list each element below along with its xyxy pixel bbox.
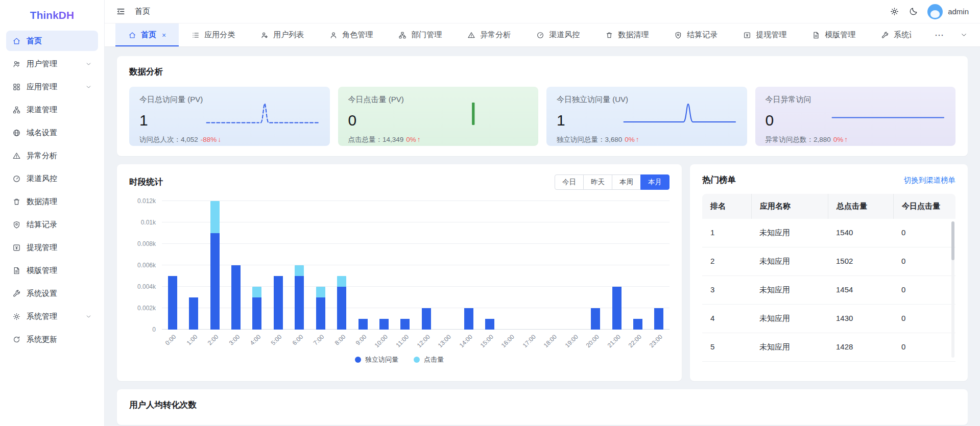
sidebar-item-withdrawal-management[interactable]: 提现管理	[6, 237, 98, 258]
x-axis-tick: 14:00	[458, 333, 473, 349]
time-stats-panel: 时段统计 今日昨天本周本月 00.002k0.004k0.006k0.008k0…	[117, 164, 682, 381]
stacked-bar	[654, 308, 663, 330]
tab-settlement-records[interactable]: 结算记录	[661, 23, 730, 46]
sidebar-item-data-cleanup[interactable]: 数据清理	[6, 191, 98, 212]
conversion-title: 用户人均转化次数	[129, 399, 955, 411]
sidebar-item-label: 用户管理	[27, 59, 80, 69]
x-axis-tick: 17:00	[521, 333, 537, 349]
tab-channel-risk[interactable]: 渠道风控	[523, 23, 592, 46]
sidebar-item-system-management[interactable]: 系统管理	[6, 306, 98, 327]
bar-slot-13:00	[437, 201, 458, 330]
uv-bar-segment	[210, 233, 220, 330]
document-icon	[12, 266, 21, 275]
bar-slot-16:00	[500, 201, 521, 330]
uv-bar-segment	[358, 319, 368, 330]
table-row: 4未知应用14300	[702, 305, 955, 333]
table-cell: 0	[893, 305, 955, 333]
list-icon	[192, 31, 200, 39]
sidebar-item-anomaly-analysis[interactable]: 异常分析	[6, 145, 98, 166]
close-icon[interactable]: ×	[162, 31, 166, 39]
switch-to-channel-ranking-link[interactable]: 切换到渠道榜单	[904, 176, 956, 185]
x-axis-tick: 16:00	[500, 333, 516, 349]
sidebar-item-template-management[interactable]: 模版管理	[6, 260, 98, 281]
x-axis-tick-cell: 3:00	[225, 330, 246, 354]
dark-mode-moon-icon[interactable]	[909, 7, 918, 16]
legend-item[interactable]: 独立访问量	[355, 355, 398, 364]
sidebar: ThinkDH 首页用户管理应用管理渠道管理域名设置异常分析渠道风控数据清理结算…	[0, 0, 105, 426]
refresh-icon	[12, 335, 21, 344]
stacked-bar	[612, 287, 622, 330]
sidebar-item-label: 应用管理	[27, 82, 80, 92]
clicks-bar-segment	[337, 276, 346, 287]
period-filter-button[interactable]: 昨天	[583, 174, 612, 190]
sidebar-item-settlement-records[interactable]: 结算记录	[6, 214, 98, 235]
sidebar-item-system-update[interactable]: 系统更新	[6, 329, 98, 349]
sidebar-item-channel-risk[interactable]: 渠道风控	[6, 168, 98, 189]
tab-home[interactable]: 首页×	[115, 23, 179, 46]
x-axis-tick: 22:00	[627, 333, 643, 349]
y-axis-tick: 0.01k	[141, 219, 156, 226]
stacked-bar	[379, 319, 389, 330]
sidebar-item-channel-management[interactable]: 渠道管理	[6, 99, 98, 120]
tab-system-settings[interactable]: 系统设置	[868, 23, 911, 46]
tab-department-management[interactable]: 部门管理	[386, 23, 455, 46]
column-header: 今日点击量	[893, 194, 955, 219]
user-menu[interactable]: admin	[927, 4, 969, 19]
uv-bar-segment	[633, 319, 642, 330]
breadcrumb: 首页	[135, 7, 150, 16]
conversion-panel: 用户人均转化次数 4	[117, 389, 968, 425]
stacked-bar	[485, 319, 494, 330]
tab-withdrawal-management[interactable]: 提现管理	[730, 23, 799, 46]
sidebar-item-home[interactable]: 首页	[6, 31, 98, 51]
uv-bar-segment	[422, 308, 431, 330]
x-axis-tick-cell: 4:00	[247, 330, 268, 354]
tab-data-cleanup[interactable]: 数据清理	[592, 23, 661, 46]
chart-plot	[162, 201, 670, 330]
tab-app-category[interactable]: 应用分类	[179, 23, 248, 46]
table-cell: 5	[702, 333, 751, 361]
sidebar-item-label: 结算记录	[27, 220, 92, 230]
sidebar-item-app-management[interactable]: 应用管理	[6, 77, 98, 97]
y-axis-labels: 00.002k0.004k0.006k0.008k0.01k0.012k	[129, 201, 162, 330]
more-tabs-icon[interactable]: ⋯	[935, 30, 945, 41]
period-filter-button[interactable]: 本月	[640, 174, 670, 190]
pv-sparkline	[204, 98, 321, 130]
stacked-bar	[274, 276, 283, 330]
bar-slot-21:00	[606, 201, 627, 330]
stacked-bar	[358, 319, 368, 330]
tab-anomaly-analysis[interactable]: 异常分析	[455, 23, 523, 46]
x-axis-tick: 3:00	[227, 333, 241, 346]
sidebar-item-domain-settings[interactable]: 域名设置	[6, 122, 98, 143]
tab-user-list[interactable]: 用户列表	[248, 23, 317, 46]
table-cell: 1	[702, 219, 751, 247]
legend-label: 独立访问量	[365, 355, 398, 364]
table-scrollbar-thumb[interactable]	[951, 221, 954, 260]
table-scrollbar[interactable]	[951, 221, 954, 358]
table-cell: 0	[893, 219, 955, 247]
tab-role-management[interactable]: 角色管理	[317, 23, 386, 46]
legend-item[interactable]: 点击量	[414, 355, 444, 364]
collapse-tabs-icon[interactable]	[960, 31, 968, 39]
user-icon	[329, 31, 338, 39]
uv-bar-segment	[295, 276, 304, 330]
sidebar-item-system-settings[interactable]: 系统设置	[6, 283, 98, 304]
y-axis-tick: 0.012k	[137, 197, 156, 205]
x-axis-tick-cell: 18:00	[543, 330, 564, 354]
bar-slot-6:00	[289, 201, 310, 330]
x-axis-tick-cell: 16:00	[500, 330, 521, 354]
period-filter-button[interactable]: 今日	[555, 174, 584, 190]
sidebar-item-user-management[interactable]: 用户管理	[6, 54, 98, 74]
sidebar-item-label: 提现管理	[27, 243, 92, 253]
stacked-bar	[400, 319, 410, 330]
legend-dot	[355, 357, 361, 363]
uv-bar-segment	[464, 308, 473, 330]
tab-label: 系统设置	[894, 30, 911, 40]
collapse-sidebar-icon[interactable]	[116, 7, 126, 16]
settings-gear-icon[interactable]	[890, 7, 899, 16]
period-filter-button[interactable]: 本周	[612, 174, 641, 190]
uv-bar-segment	[612, 287, 622, 330]
tab-template-management[interactable]: 模版管理	[799, 23, 868, 46]
globe-icon	[12, 129, 21, 137]
uv-bar-segment	[189, 297, 198, 330]
x-axis-tick: 13:00	[437, 333, 452, 349]
